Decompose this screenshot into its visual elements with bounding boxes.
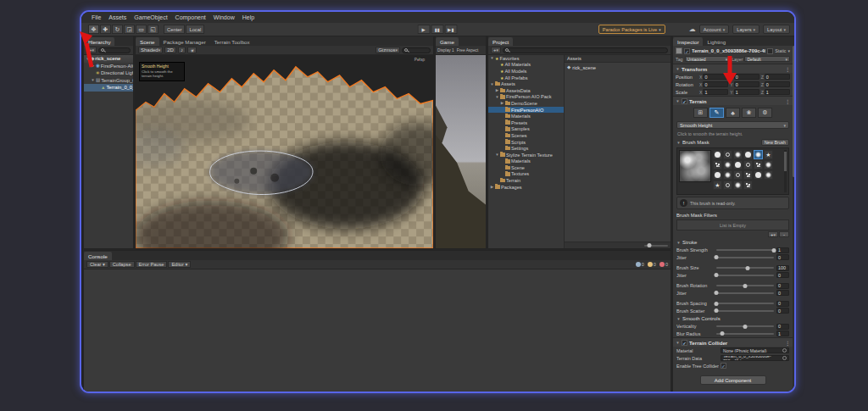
slider-knob[interactable] [746,266,750,270]
project-tree-item[interactable]: ▶Packages [488,184,564,191]
brush-item[interactable] [743,150,753,159]
breadcrumb[interactable]: Assets [565,55,670,63]
project-tree-item[interactable]: ▶AssetsData [488,87,564,94]
project-tree-item[interactable]: ▼Assets [488,81,564,87]
z-value-input[interactable]: 0 [765,74,790,80]
slider-knob[interactable] [720,331,724,336]
tab-terrain-toolbox[interactable]: Terrain Toolbox [210,37,254,46]
material-object-field[interactable]: None (Physic Material) [721,347,789,353]
menu-item-file[interactable]: File [92,14,101,20]
move-tool[interactable]: ✚ [100,25,111,34]
transform-component-header[interactable]: ▼ Transform ⋮ [673,64,793,73]
tab-project[interactable]: Project [488,37,513,46]
brush-item[interactable] [713,160,722,169]
slider-track[interactable] [716,249,774,251]
chevron-down-icon[interactable] [787,48,790,53]
slider-track[interactable] [716,303,774,304]
error-count-badge[interactable]: 0 [659,262,668,267]
brush-item[interactable] [754,150,763,159]
tab-lighting[interactable]: Lighting [703,37,730,46]
tab-console[interactable]: Console [84,252,112,260]
project-tree-item[interactable]: Scripts [488,139,564,146]
project-tree-item[interactable]: Samples [488,126,564,133]
pivot-toggle-button[interactable]: Center [164,25,185,34]
tab-hierarchy[interactable]: Hierarchy [84,37,114,46]
object-picker-icon[interactable] [782,348,787,353]
slider-knob[interactable] [772,248,776,253]
cloud-icon[interactable]: ☁ [689,25,696,33]
stroke-foldout[interactable]: ▼ Stroke [673,238,793,247]
gameobject-name[interactable]: Terrain_0_0_x5093886e-709c-49d0-bf8d-1e7… [692,48,765,53]
scale-tool[interactable]: ◲ [124,25,135,34]
slider-knob[interactable] [743,325,748,329]
static-checkbox[interactable] [767,48,773,54]
slider-track[interactable] [716,285,774,286]
x-value-input[interactable]: 1 [703,89,728,95]
2d-toggle-button[interactable]: 2D [164,47,176,53]
layout-dropdown[interactable]: Layout [763,25,790,34]
brush-item[interactable] [743,181,753,190]
hierarchy-item[interactable]: ☀Directional Light [84,69,133,77]
project-search-input[interactable] [503,47,668,53]
scene-lighting-toggle[interactable]: ☀ [187,47,197,53]
brush-item[interactable] [733,160,743,169]
slider-track[interactable] [716,310,774,312]
foldout-arrow-icon[interactable]: ▼ [495,95,499,99]
account-dropdown[interactable]: Account [699,25,729,34]
terrain-enabled-checkbox[interactable]: ✓ [682,98,687,104]
console-log-area[interactable] [84,269,670,392]
collider-enabled-checkbox[interactable]: ✓ [682,340,687,346]
brush-item[interactable] [713,170,722,180]
add-filter-button[interactable]: + [768,231,778,237]
slider-track[interactable] [716,267,774,269]
play-button[interactable]: ▶ [417,25,430,34]
hierarchy-add-button[interactable]: + [86,47,97,53]
brush-item[interactable] [743,170,753,180]
foldout-arrow-icon[interactable]: ▶ [495,88,499,92]
foldout-arrow-icon[interactable]: ▶ [490,185,494,189]
slider-value-input[interactable]: 100 [776,265,789,271]
brush-item[interactable] [754,170,763,180]
new-brush-button[interactable]: New Brush [761,139,789,146]
brush-item[interactable] [733,170,743,180]
menu-item-gameobject[interactable]: GameObject [134,14,167,20]
brush-item[interactable] [764,160,773,169]
project-tree-item[interactable]: ★All Materials [488,62,564,69]
slider-value-input[interactable]: 1 [776,330,789,336]
slider-value-input[interactable]: 0 [776,254,789,260]
terrain-mode-dropdown[interactable]: Smooth Height [676,121,789,129]
project-tree-item[interactable]: Presets [488,119,564,126]
active-checkbox[interactable]: ✓ [684,48,690,54]
slider-value-input[interactable]: 0 [776,324,789,330]
kebab-menu-icon[interactable]: ⋮ [785,66,790,72]
foldout-arrow-icon[interactable]: ▼ [490,56,494,60]
slider-value-input[interactable]: 0 [776,301,789,307]
collab-dropdown[interactable]: Paradox Packages is Live [598,25,665,34]
info-count-badge[interactable]: 0 [636,262,644,267]
thumbnail-size-slider[interactable] [644,245,668,247]
y-value-input[interactable]: 1 [734,89,760,95]
project-tree-item[interactable]: Textures [488,171,564,178]
console-button-clear[interactable]: Clear ▾ [86,261,108,268]
terrain-component-header[interactable]: ▼ ✓ Terrain ⋮ [673,96,793,105]
smooth-controls-foldout[interactable]: ▼ Smooth Controls [673,314,793,323]
slider-value-input[interactable]: 0 [776,290,789,296]
project-add-button[interactable]: + [491,47,501,53]
terrain-data-object-field[interactable]: Terrain_0_0_x5093886e-709c-49d... [721,355,789,361]
slider-value-input[interactable]: 0 [776,308,789,314]
project-tree-item[interactable]: Materials [488,158,564,165]
brush-item[interactable]: ★ [764,150,773,159]
project-tree-item[interactable]: ▶DemoScene [488,100,564,107]
inspector-scrollbar[interactable] [793,46,795,392]
create-neighbor-terrains-tool[interactable]: ⊞ [693,108,708,118]
add-component-button[interactable]: Add Component [700,375,766,385]
brush-item[interactable] [733,150,743,159]
tree-colliders-checkbox[interactable]: ✓ [721,363,726,369]
console-button-error-pause[interactable]: Error Pause [136,261,168,268]
foldout-arrow-icon[interactable]: ▼ [490,82,494,86]
kebab-menu-icon[interactable]: ⋮ [785,98,790,104]
console-button-collapse[interactable]: Collapse [109,261,135,268]
project-tree-item[interactable]: ▼★Favorites [488,55,564,62]
hierarchy-search-input[interactable] [98,47,131,53]
brush-item[interactable] [764,170,773,180]
